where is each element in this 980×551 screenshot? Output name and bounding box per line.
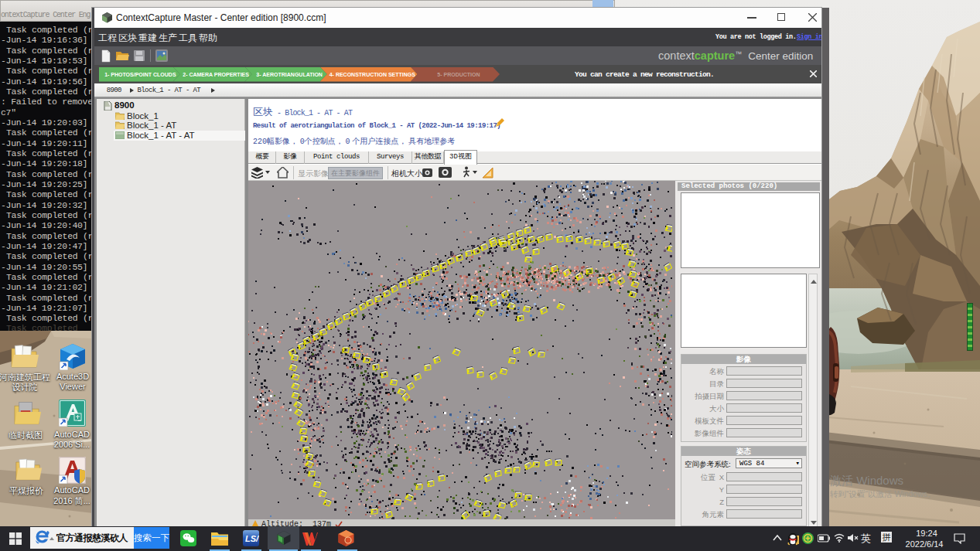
svg-text:LS/: LS/ [245,534,259,543]
